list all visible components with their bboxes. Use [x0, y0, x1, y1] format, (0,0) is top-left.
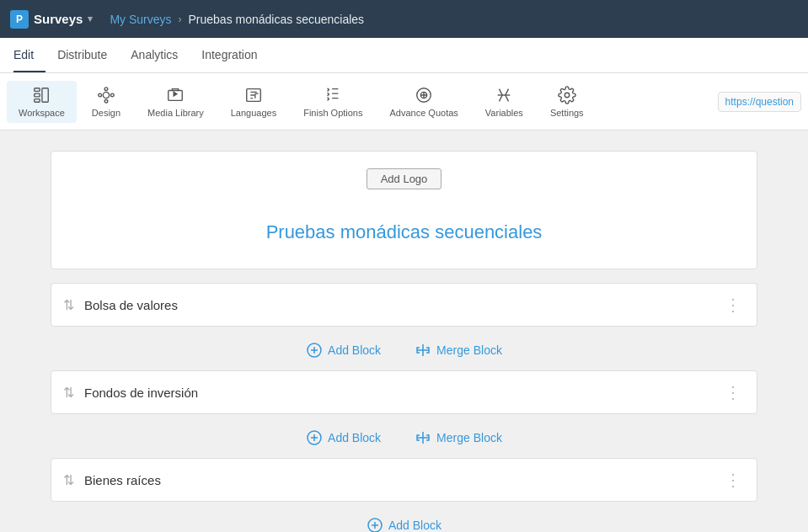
languages-icon: [244, 86, 263, 104]
toolbar-settings[interactable]: Settings: [538, 81, 596, 123]
add-block-button-1[interactable]: Add Block: [306, 342, 381, 359]
main-content: Add Logo Pruebas monádicas secuenciales …: [0, 130, 808, 532]
svg-point-8: [110, 93, 114, 97]
block-row[interactable]: ⇅ Bienes raíces ⋮: [51, 458, 757, 502]
languages-label: Languages: [231, 108, 276, 118]
add-block-icon: [367, 517, 383, 532]
settings-icon: [558, 86, 576, 104]
variables-icon: [495, 86, 513, 104]
merge-block-icon: [415, 342, 431, 359]
merge-block-label-2: Merge Block: [436, 431, 502, 444]
block-name: Fondos de inversión: [84, 386, 721, 400]
sort-icon: ⇅: [63, 385, 74, 401]
workspace-icon: [32, 86, 51, 104]
logo-area[interactable]: P Surveys ▾: [10, 10, 93, 29]
svg-point-4: [103, 92, 109, 98]
tab-analytics[interactable]: Analytics: [119, 38, 190, 72]
design-label: Design: [92, 108, 120, 118]
svg-rect-0: [35, 88, 40, 91]
top-bar: P Surveys ▾ My Surveys › Pruebas monádic…: [0, 0, 808, 38]
sort-icon: ⇅: [63, 472, 74, 488]
block-menu-icon[interactable]: ⋮: [721, 379, 745, 406]
add-block-label-1: Add Block: [328, 343, 381, 357]
tab-distribute[interactable]: Distribute: [45, 38, 119, 72]
add-block-icon: [306, 429, 323, 446]
toolbar-media-library[interactable]: Media Library: [136, 81, 216, 123]
survey-title-card: Add Logo Pruebas monádicas secuenciales: [51, 151, 757, 269]
toolbar-finish-options[interactable]: Finish Options: [292, 81, 374, 123]
finish-options-label: Finish Options: [303, 108, 362, 118]
sort-icon: ⇅: [63, 297, 74, 313]
toolbar-languages[interactable]: Languages: [219, 81, 288, 123]
svg-point-5: [104, 87, 108, 90]
advance-quotas-label: Advance Quotas: [389, 108, 458, 118]
surveys-label: Surveys: [34, 12, 83, 26]
add-block-label-3: Add Block: [388, 519, 441, 532]
finish-options-icon: [324, 86, 342, 104]
block-name: Bolsa de valores: [84, 298, 721, 312]
svg-point-6: [104, 99, 108, 103]
toolbar-url[interactable]: https://question: [718, 92, 801, 112]
toolbar: Workspace Design Media Library Languages: [0, 73, 808, 130]
svg-point-7: [99, 93, 102, 97]
settings-label: Settings: [550, 108, 584, 118]
variables-label: Variables: [485, 108, 523, 118]
design-icon: [97, 86, 115, 104]
add-block-icon: [306, 342, 323, 359]
svg-rect-1: [35, 93, 40, 97]
media-library-label: Media Library: [147, 108, 204, 118]
add-block-button-2[interactable]: Add Block: [306, 429, 381, 446]
breadcrumb: My Surveys › Pruebas monádicas secuencia…: [110, 13, 364, 26]
workspace-label: Workspace: [19, 108, 65, 118]
merge-block-label-1: Merge Block: [436, 343, 502, 357]
breadcrumb-current-survey: Pruebas monádicas secuenciales: [189, 13, 365, 26]
block-name: Bienes raíces: [84, 473, 721, 487]
media-library-icon: [166, 86, 185, 104]
block-actions-2: Add Block Merge Block: [51, 418, 757, 458]
breadcrumb-separator: ›: [179, 13, 182, 25]
block-row[interactable]: ⇅ Bolsa de valores ⋮: [51, 283, 757, 327]
merge-block-button-2[interactable]: Merge Block: [415, 429, 502, 446]
logo-icon: P: [10, 10, 29, 29]
merge-block-icon: [415, 429, 431, 446]
svg-point-13: [565, 93, 570, 98]
add-block-button-3[interactable]: Add Block: [367, 517, 441, 532]
block-actions-3: Add Block: [51, 505, 757, 532]
sub-nav: Edit Distribute Analytics Integration: [0, 38, 808, 73]
block-menu-icon[interactable]: ⋮: [721, 291, 745, 318]
block-actions-1: Add Block Merge Block: [51, 330, 757, 370]
tab-edit[interactable]: Edit: [13, 38, 45, 72]
toolbar-design[interactable]: Design: [80, 81, 132, 123]
advance-quotas-icon: [415, 86, 433, 104]
add-logo-button[interactable]: Add Logo: [367, 168, 442, 189]
block-menu-icon[interactable]: ⋮: [721, 466, 745, 493]
toolbar-advance-quotas[interactable]: Advance Quotas: [377, 81, 469, 123]
toolbar-variables[interactable]: Variables: [474, 81, 535, 123]
tab-integration[interactable]: Integration: [190, 38, 269, 72]
breadcrumb-my-surveys[interactable]: My Surveys: [110, 13, 171, 26]
survey-title: Pruebas monádicas secuenciales: [72, 213, 736, 252]
toolbar-workspace[interactable]: Workspace: [7, 81, 77, 123]
add-block-label-2: Add Block: [328, 431, 381, 444]
svg-rect-3: [42, 88, 48, 102]
svg-rect-2: [35, 98, 40, 102]
merge-block-button-1[interactable]: Merge Block: [415, 342, 502, 359]
block-row[interactable]: ⇅ Fondos de inversión ⋮: [51, 370, 757, 414]
chevron-down-icon: ▾: [88, 13, 93, 24]
